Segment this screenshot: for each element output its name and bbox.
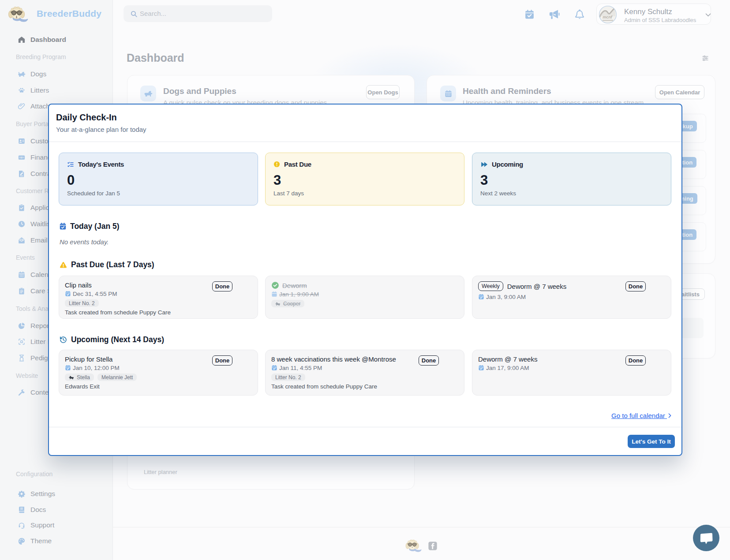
- svg-text:$: $: [21, 157, 22, 159]
- svg-text:mcnf: mcnf: [603, 15, 613, 19]
